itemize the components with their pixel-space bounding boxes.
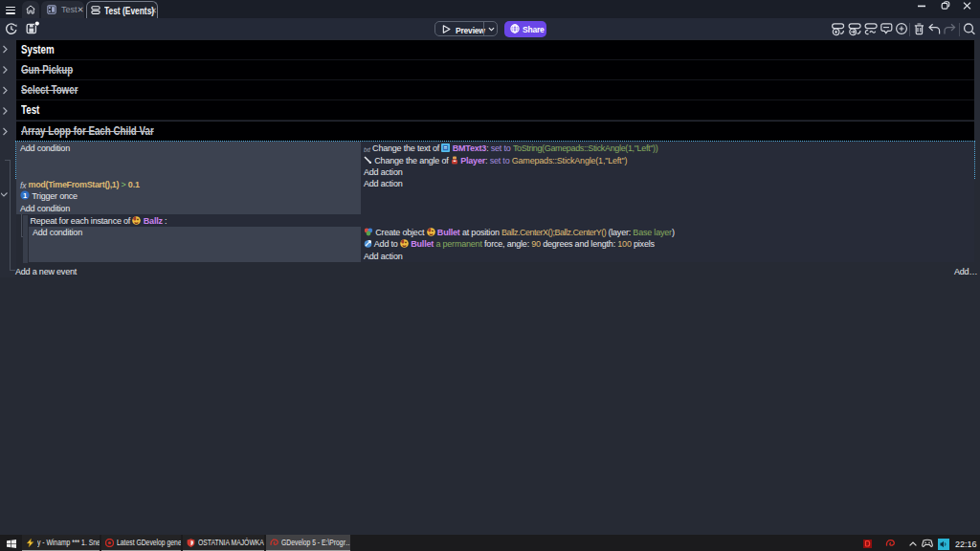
svg-text:1: 1 — [23, 191, 27, 200]
